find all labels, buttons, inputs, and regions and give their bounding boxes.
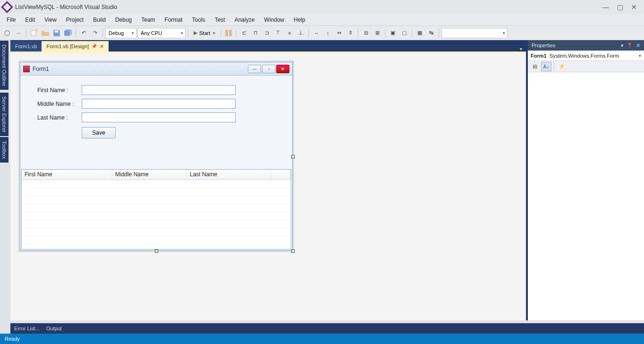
- size-h-icon[interactable]: ⇔: [334, 28, 344, 38]
- redo-button[interactable]: ↷: [90, 28, 100, 38]
- align-top-icon[interactable]: ⊤: [273, 28, 283, 38]
- nav-back-button[interactable]: ◯: [2, 28, 12, 38]
- column-last-name[interactable]: Last Name: [187, 170, 271, 180]
- form-maximize-button[interactable]: ▫: [262, 65, 275, 73]
- grid-icon[interactable]: ▦: [415, 28, 425, 38]
- align-right-icon[interactable]: ⊐: [262, 28, 272, 38]
- menu-build[interactable]: Build: [88, 15, 110, 25]
- side-tab-document-outline[interactable]: Document Outline: [0, 41, 8, 90]
- close-button[interactable]: ✕: [627, 2, 641, 12]
- properties-toolbar: ▤ A↓ ⚡: [528, 61, 644, 72]
- listview[interactable]: First Name Middle Name Last Name: [21, 169, 291, 249]
- bottom-tabstrip: Error List... Output: [10, 323, 644, 334]
- menu-file[interactable]: File: [2, 15, 20, 25]
- menu-tools[interactable]: Tools: [187, 15, 210, 25]
- field-last-name: Last Name :: [37, 112, 275, 122]
- input-last-name[interactable]: [82, 112, 236, 122]
- svg-rect-0: [31, 30, 36, 35]
- solution-platform-select[interactable]: Any CPU: [137, 28, 186, 38]
- resize-handle-corner[interactable]: [291, 249, 295, 253]
- minimize-button[interactable]: —: [599, 2, 613, 12]
- menu-bar: File Edit View Project Build Debug Team …: [0, 14, 644, 26]
- resize-handle-bottom[interactable]: [155, 249, 158, 253]
- tools-select[interactable]: [441, 28, 508, 38]
- undo-button[interactable]: ↶: [78, 28, 89, 38]
- tab-order-icon[interactable]: ↹: [426, 28, 436, 38]
- list-row: [22, 204, 291, 212]
- form-title: Form1: [33, 66, 49, 72]
- properties-object-select[interactable]: Form1 System.Windows.Forms.Form: [528, 51, 644, 61]
- panel-close-icon[interactable]: ✕: [636, 43, 640, 49]
- title-bar: ListViewMySQL - Microsoft Visual Studio …: [0, 0, 644, 14]
- workspace: Form1.vb Form1.vb [Design] 📌 ✕ ▾ Form1 —…: [10, 40, 644, 320]
- input-middle-name[interactable]: [82, 99, 236, 109]
- spacing-h-icon[interactable]: ↔: [311, 28, 322, 38]
- center-v-icon[interactable]: ⊠: [372, 28, 382, 38]
- menu-window[interactable]: Window: [259, 15, 289, 25]
- form-minimize-button[interactable]: —: [248, 65, 261, 73]
- menu-analyze[interactable]: Analyze: [230, 15, 260, 25]
- new-project-button[interactable]: [29, 28, 39, 38]
- alphabetical-icon[interactable]: A↓: [541, 62, 551, 71]
- align-left-icon[interactable]: ⊏: [239, 28, 249, 38]
- resize-handle-right[interactable]: [291, 155, 295, 158]
- solution-platform-value: Any CPU: [141, 30, 162, 36]
- menu-edit[interactable]: Edit: [20, 15, 40, 25]
- designer-canvas[interactable]: Form1 — ▫ ✕ First Name : Middle Name : L…: [10, 52, 526, 320]
- tab-form1-design[interactable]: Form1.vb [Design] 📌 ✕: [42, 41, 109, 52]
- properties-object-type: System.Windows.Forms.Form: [550, 53, 619, 59]
- form-designer-window[interactable]: Form1 — ▫ ✕ First Name : Middle Name : L…: [20, 62, 293, 251]
- tab-output[interactable]: Output: [46, 326, 62, 331]
- send-back-icon[interactable]: ▢: [399, 28, 409, 38]
- status-text: Ready: [5, 336, 20, 342]
- listview-body: [22, 180, 291, 249]
- step-button[interactable]: [223, 28, 234, 38]
- save-button[interactable]: [51, 28, 62, 38]
- menu-help[interactable]: Help: [289, 15, 310, 25]
- form-close-button[interactable]: ✕: [276, 65, 289, 73]
- input-first-name[interactable]: [82, 85, 236, 95]
- menu-format[interactable]: Format: [160, 15, 187, 25]
- list-row: [22, 228, 291, 236]
- nav-forward-button[interactable]: →: [13, 28, 24, 38]
- panel-pin-icon[interactable]: 📍: [627, 43, 633, 49]
- side-tab-toolbox[interactable]: Toolbox: [0, 137, 8, 163]
- categorized-icon[interactable]: ▤: [530, 62, 540, 71]
- align-center-icon[interactable]: ⊓: [250, 28, 261, 38]
- tab-overflow-button[interactable]: ▾: [516, 46, 526, 52]
- maximize-button[interactable]: ▢: [613, 2, 627, 12]
- panel-dropdown-icon[interactable]: ▾: [621, 43, 624, 49]
- properties-grid[interactable]: [528, 72, 644, 320]
- menu-project[interactable]: Project: [61, 15, 88, 25]
- svg-rect-3: [229, 30, 232, 36]
- list-row: [22, 212, 291, 220]
- form-titlebar: Form1 — ▫ ✕: [20, 62, 292, 76]
- spacing-v-icon[interactable]: ↕: [322, 28, 333, 38]
- properties-panel: Properties ▾ 📍 ✕ Form1 System.Windows.Fo…: [527, 40, 644, 320]
- menu-team[interactable]: Team: [136, 15, 160, 25]
- align-bottom-icon[interactable]: ⊥: [296, 28, 306, 38]
- bring-front-icon[interactable]: ▣: [388, 28, 398, 38]
- column-middle-name[interactable]: Middle Name: [112, 170, 187, 180]
- properties-title: Properties ▾ 📍 ✕: [528, 40, 644, 51]
- align-middle-icon[interactable]: ≡: [284, 28, 295, 38]
- label-first-name: First Name :: [37, 87, 82, 94]
- save-form-button[interactable]: Save: [82, 127, 116, 138]
- side-tab-server-explorer[interactable]: Server Explorer: [0, 93, 8, 136]
- list-row: [22, 196, 291, 204]
- pin-icon[interactable]: 📌: [92, 44, 97, 49]
- events-icon[interactable]: ⚡: [557, 62, 567, 71]
- open-file-button[interactable]: [40, 28, 51, 38]
- start-debug-button[interactable]: ▶ Start: [191, 28, 218, 38]
- column-first-name[interactable]: First Name: [22, 170, 112, 180]
- solution-config-select[interactable]: Debug: [105, 28, 136, 38]
- close-tab-icon[interactable]: ✕: [100, 43, 104, 50]
- tab-error-list[interactable]: Error List...: [14, 326, 40, 331]
- tab-form1-vb[interactable]: Form1.vb: [10, 41, 42, 52]
- save-all-button[interactable]: [63, 28, 73, 38]
- menu-test[interactable]: Test: [210, 15, 230, 25]
- size-v-icon[interactable]: ⇕: [345, 28, 356, 38]
- menu-view[interactable]: View: [40, 15, 61, 25]
- center-h-icon[interactable]: ⊟: [361, 28, 371, 38]
- menu-debug[interactable]: Debug: [110, 15, 136, 25]
